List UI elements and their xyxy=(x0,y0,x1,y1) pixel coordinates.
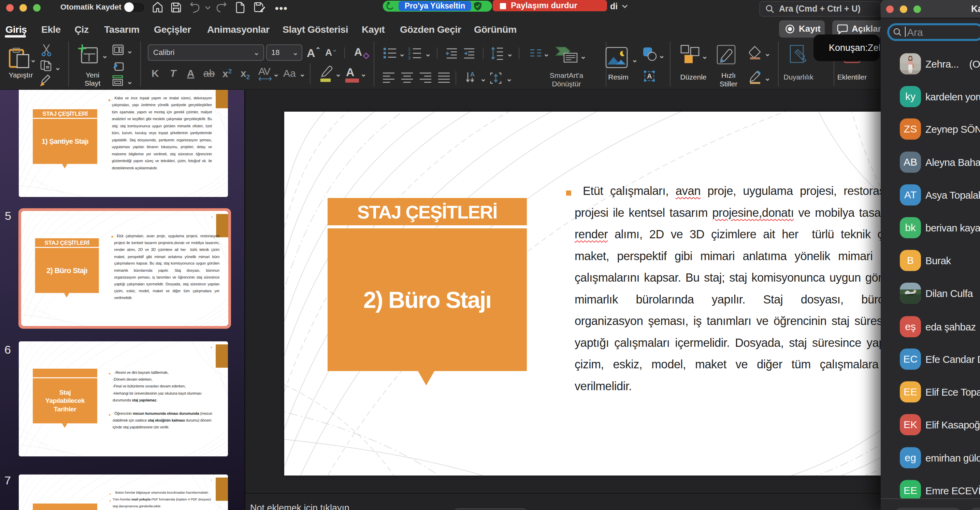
svg-text:A: A xyxy=(647,72,652,80)
svg-text:3: 3 xyxy=(408,55,410,60)
svg-text:A: A xyxy=(470,72,475,78)
